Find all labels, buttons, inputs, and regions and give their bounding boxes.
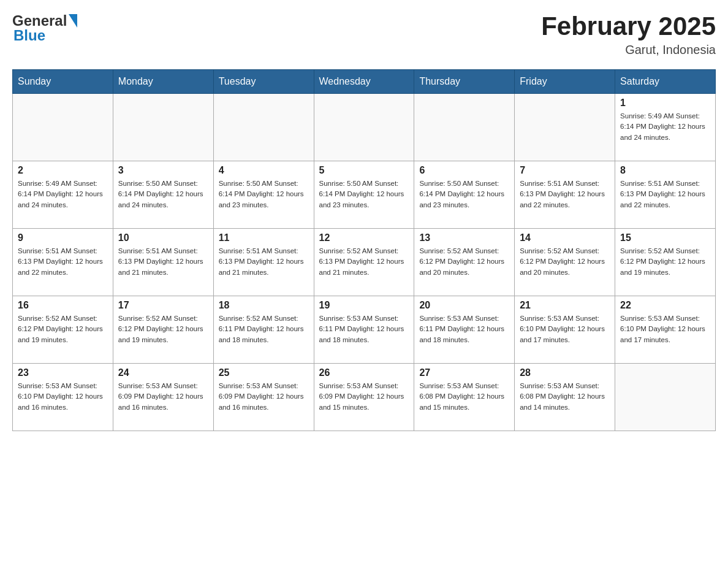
day-number: 26: [319, 367, 409, 378]
calendar-week-row: 2Sunrise: 5:49 AM Sunset: 6:14 PM Daylig…: [13, 161, 716, 229]
day-number: 22: [620, 300, 710, 311]
day-number: 10: [118, 232, 208, 243]
day-number: 11: [219, 232, 309, 243]
day-info: Sunrise: 5:51 AM Sunset: 6:13 PM Dayligh…: [520, 178, 610, 210]
day-info: Sunrise: 5:50 AM Sunset: 6:14 PM Dayligh…: [118, 178, 208, 210]
day-info: Sunrise: 5:53 AM Sunset: 6:09 PM Dayligh…: [118, 381, 208, 413]
calendar-cell: 2Sunrise: 5:49 AM Sunset: 6:14 PM Daylig…: [13, 161, 113, 229]
day-info: Sunrise: 5:53 AM Sunset: 6:10 PM Dayligh…: [18, 381, 108, 413]
day-info: Sunrise: 5:53 AM Sunset: 6:09 PM Dayligh…: [319, 381, 409, 413]
day-info: Sunrise: 5:52 AM Sunset: 6:12 PM Dayligh…: [18, 313, 108, 345]
day-number: 1: [620, 98, 710, 109]
calendar-cell: [414, 94, 515, 161]
calendar-week-row: 23Sunrise: 5:53 AM Sunset: 6:10 PM Dayli…: [13, 364, 716, 431]
calendar-cell: 24Sunrise: 5:53 AM Sunset: 6:09 PM Dayli…: [113, 364, 213, 431]
calendar-cell: 4Sunrise: 5:50 AM Sunset: 6:14 PM Daylig…: [213, 161, 314, 229]
calendar-cell: 15Sunrise: 5:52 AM Sunset: 6:12 PM Dayli…: [615, 229, 716, 296]
day-info: Sunrise: 5:51 AM Sunset: 6:13 PM Dayligh…: [118, 246, 208, 278]
calendar-cell: 9Sunrise: 5:51 AM Sunset: 6:13 PM Daylig…: [13, 229, 113, 296]
col-header-monday: Monday: [113, 70, 213, 94]
day-number: 27: [419, 367, 509, 378]
header: General Blue February 2025 Garut, Indone…: [12, 12, 716, 57]
day-info: Sunrise: 5:53 AM Sunset: 6:10 PM Dayligh…: [520, 313, 610, 345]
calendar-cell: 7Sunrise: 5:51 AM Sunset: 6:13 PM Daylig…: [515, 161, 615, 229]
calendar-week-row: 16Sunrise: 5:52 AM Sunset: 6:12 PM Dayli…: [13, 296, 716, 364]
col-header-wednesday: Wednesday: [314, 70, 414, 94]
calendar-cell: 6Sunrise: 5:50 AM Sunset: 6:14 PM Daylig…: [414, 161, 515, 229]
month-title: February 2025: [541, 12, 716, 40]
day-info: Sunrise: 5:53 AM Sunset: 6:08 PM Dayligh…: [520, 381, 610, 413]
day-info: Sunrise: 5:52 AM Sunset: 6:12 PM Dayligh…: [620, 246, 710, 278]
day-info: Sunrise: 5:50 AM Sunset: 6:14 PM Dayligh…: [319, 178, 409, 210]
day-info: Sunrise: 5:52 AM Sunset: 6:12 PM Dayligh…: [118, 313, 208, 345]
calendar-cell: 26Sunrise: 5:53 AM Sunset: 6:09 PM Dayli…: [314, 364, 414, 431]
day-info: Sunrise: 5:53 AM Sunset: 6:11 PM Dayligh…: [419, 313, 509, 345]
day-number: 7: [520, 165, 610, 176]
day-number: 12: [319, 232, 409, 243]
calendar-cell: 27Sunrise: 5:53 AM Sunset: 6:08 PM Dayli…: [414, 364, 515, 431]
calendar-cell: 22Sunrise: 5:53 AM Sunset: 6:10 PM Dayli…: [615, 296, 716, 364]
day-info: Sunrise: 5:52 AM Sunset: 6:11 PM Dayligh…: [219, 313, 309, 345]
col-header-friday: Friday: [515, 70, 615, 94]
day-info: Sunrise: 5:51 AM Sunset: 6:13 PM Dayligh…: [620, 178, 710, 210]
day-number: 18: [219, 300, 309, 311]
calendar-cell: 19Sunrise: 5:53 AM Sunset: 6:11 PM Dayli…: [314, 296, 414, 364]
day-info: Sunrise: 5:49 AM Sunset: 6:14 PM Dayligh…: [620, 111, 710, 143]
title-area: February 2025 Garut, Indonesia: [541, 12, 716, 57]
calendar-cell: 20Sunrise: 5:53 AM Sunset: 6:11 PM Dayli…: [414, 296, 515, 364]
day-number: 15: [620, 232, 710, 243]
calendar-cell: 12Sunrise: 5:52 AM Sunset: 6:13 PM Dayli…: [314, 229, 414, 296]
calendar-cell: 1Sunrise: 5:49 AM Sunset: 6:14 PM Daylig…: [615, 94, 716, 161]
day-number: 19: [319, 300, 409, 311]
calendar-header-row: SundayMondayTuesdayWednesdayThursdayFrid…: [13, 70, 716, 94]
calendar-cell: [113, 94, 213, 161]
calendar-cell: 25Sunrise: 5:53 AM Sunset: 6:09 PM Dayli…: [213, 364, 314, 431]
calendar-cell: 21Sunrise: 5:53 AM Sunset: 6:10 PM Dayli…: [515, 296, 615, 364]
day-number: 6: [419, 165, 509, 176]
day-info: Sunrise: 5:53 AM Sunset: 6:11 PM Dayligh…: [319, 313, 409, 345]
logo-blue-text: Blue: [13, 27, 45, 44]
day-number: 9: [18, 232, 108, 243]
calendar-cell: [213, 94, 314, 161]
day-number: 24: [118, 367, 208, 378]
day-number: 23: [18, 367, 108, 378]
day-number: 20: [419, 300, 509, 311]
day-info: Sunrise: 5:50 AM Sunset: 6:14 PM Dayligh…: [219, 178, 309, 210]
day-number: 3: [118, 165, 208, 176]
col-header-thursday: Thursday: [414, 70, 515, 94]
col-header-tuesday: Tuesday: [213, 70, 314, 94]
day-info: Sunrise: 5:50 AM Sunset: 6:14 PM Dayligh…: [419, 178, 509, 210]
calendar-cell: 18Sunrise: 5:52 AM Sunset: 6:11 PM Dayli…: [213, 296, 314, 364]
day-number: 25: [219, 367, 309, 378]
calendar-cell: 8Sunrise: 5:51 AM Sunset: 6:13 PM Daylig…: [615, 161, 716, 229]
day-number: 13: [419, 232, 509, 243]
day-info: Sunrise: 5:53 AM Sunset: 6:08 PM Dayligh…: [419, 381, 509, 413]
day-number: 8: [620, 165, 710, 176]
col-header-sunday: Sunday: [13, 70, 113, 94]
day-number: 4: [219, 165, 309, 176]
calendar-cell: [13, 94, 113, 161]
day-info: Sunrise: 5:49 AM Sunset: 6:14 PM Dayligh…: [18, 178, 108, 210]
calendar-cell: 28Sunrise: 5:53 AM Sunset: 6:08 PM Dayli…: [515, 364, 615, 431]
calendar-table: SundayMondayTuesdayWednesdayThursdayFrid…: [12, 69, 716, 431]
calendar-cell: 5Sunrise: 5:50 AM Sunset: 6:14 PM Daylig…: [314, 161, 414, 229]
day-info: Sunrise: 5:52 AM Sunset: 6:12 PM Dayligh…: [419, 246, 509, 278]
calendar-cell: 14Sunrise: 5:52 AM Sunset: 6:12 PM Dayli…: [515, 229, 615, 296]
calendar-cell: 10Sunrise: 5:51 AM Sunset: 6:13 PM Dayli…: [113, 229, 213, 296]
day-number: 16: [18, 300, 108, 311]
calendar-cell: 23Sunrise: 5:53 AM Sunset: 6:10 PM Dayli…: [13, 364, 113, 431]
day-number: 5: [319, 165, 409, 176]
calendar-cell: 3Sunrise: 5:50 AM Sunset: 6:14 PM Daylig…: [113, 161, 213, 229]
calendar-cell: [615, 364, 716, 431]
day-number: 14: [520, 232, 610, 243]
logo: General Blue: [12, 12, 77, 44]
logo-triangle-icon: [69, 14, 77, 28]
calendar-cell: 13Sunrise: 5:52 AM Sunset: 6:12 PM Dayli…: [414, 229, 515, 296]
day-info: Sunrise: 5:51 AM Sunset: 6:13 PM Dayligh…: [219, 246, 309, 278]
calendar-cell: 17Sunrise: 5:52 AM Sunset: 6:12 PM Dayli…: [113, 296, 213, 364]
calendar-week-row: 1Sunrise: 5:49 AM Sunset: 6:14 PM Daylig…: [13, 94, 716, 161]
day-number: 2: [18, 165, 108, 176]
calendar-week-row: 9Sunrise: 5:51 AM Sunset: 6:13 PM Daylig…: [13, 229, 716, 296]
day-info: Sunrise: 5:52 AM Sunset: 6:13 PM Dayligh…: [319, 246, 409, 278]
day-number: 28: [520, 367, 610, 378]
